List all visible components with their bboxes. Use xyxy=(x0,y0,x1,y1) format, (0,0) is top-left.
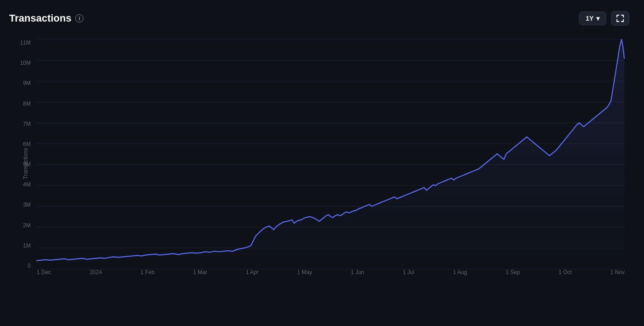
chart-controls: 1Y ▾ xyxy=(579,11,629,26)
x-label-sep: 1 Sep xyxy=(505,269,520,275)
chart-plot xyxy=(37,39,625,269)
y-label-4m: 4M xyxy=(23,181,34,188)
x-label-jun: 1 Jun xyxy=(351,269,364,275)
info-icon[interactable]: ℹ xyxy=(75,14,83,22)
svg-rect-5 xyxy=(616,19,617,22)
period-selector[interactable]: 1Y ▾ xyxy=(579,11,606,25)
y-label-10m: 10M xyxy=(20,60,34,66)
chart-header: Transactions ℹ 1Y ▾ xyxy=(9,11,629,26)
svg-rect-3 xyxy=(623,15,624,17)
x-label-mar: 1 Mar xyxy=(193,269,207,275)
expand-button[interactable] xyxy=(611,11,629,26)
y-label-2m: 2M xyxy=(23,222,34,229)
y-label-0: 0 xyxy=(28,263,34,269)
title-group: Transactions ℹ xyxy=(9,12,83,24)
x-label-aug: 1 Aug xyxy=(453,269,467,275)
y-label-3m: 3M xyxy=(23,202,34,208)
y-label-9m: 9M xyxy=(23,80,34,86)
expand-icon xyxy=(616,14,624,22)
x-label-oct: 1 Oct xyxy=(559,269,572,275)
x-label-may: 1 May xyxy=(297,269,312,275)
transaction-area xyxy=(37,39,624,269)
x-label-jul: 1 Jul xyxy=(403,269,414,275)
x-label-dec: 1 Dec xyxy=(37,269,51,275)
x-label-apr: 1 Apr xyxy=(246,269,259,275)
svg-rect-7 xyxy=(623,19,624,22)
x-label-feb: 1 Feb xyxy=(140,269,155,275)
y-label-7m: 7M xyxy=(23,121,34,127)
chart-svg xyxy=(37,39,625,269)
y-axis-labels: 11M 10M 9M 8M 7M 6M 5M 4M 3M 2M 1M 0 xyxy=(9,39,34,269)
x-axis-labels: 1 Dec 2024 1 Feb 1 Mar 1 Apr 1 May 1 Jun… xyxy=(37,269,625,292)
x-label-2024: 2024 xyxy=(89,269,102,275)
y-label-1m: 1M xyxy=(23,242,34,249)
x-label-nov: 1 Nov xyxy=(610,269,624,275)
transactions-chart-container: Transactions ℹ 1Y ▾ xyxy=(0,0,644,326)
y-axis-title: Transactions xyxy=(22,148,29,179)
y-label-8m: 8M xyxy=(23,101,34,107)
chart-area: 11M 10M 9M 8M 7M 6M 5M 4M 3M 2M 1M 0 Tra… xyxy=(9,35,629,292)
y-label-6m: 6M xyxy=(23,141,34,147)
svg-rect-1 xyxy=(616,15,617,17)
chart-title: Transactions xyxy=(9,12,72,24)
chevron-icon: ▾ xyxy=(596,15,600,22)
y-label-11m: 11M xyxy=(20,39,34,46)
